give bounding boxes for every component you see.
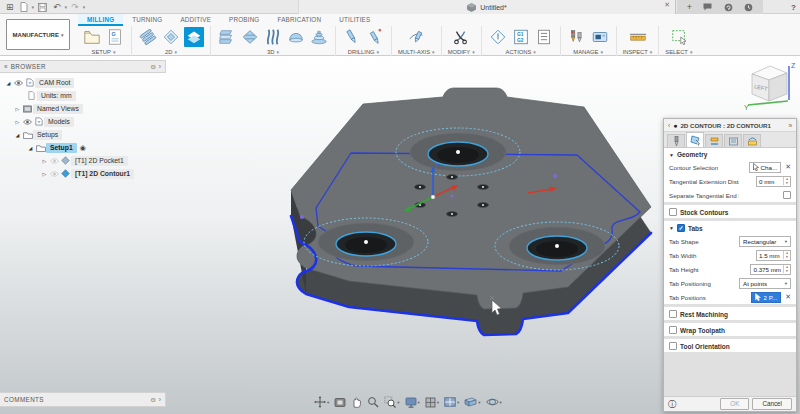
viewports-tool[interactable]: ▾: [444, 397, 459, 407]
browser-header[interactable]: « BROWSER ⊙ ›: [0, 60, 166, 73]
wrap-toolpath-checkbox[interactable]: [669, 326, 677, 334]
save-icon[interactable]: [36, 3, 49, 12]
history-clock-icon[interactable]: [744, 3, 753, 12]
tool-library-icon[interactable]: [567, 27, 587, 47]
3d-spiral-icon[interactable]: [309, 27, 329, 47]
ok-button[interactable]: OK: [720, 398, 749, 410]
redo-icon[interactable]: ↷: [69, 1, 81, 14]
tab-width-value[interactable]: 1.5 mm: [757, 252, 783, 259]
expand-icon[interactable]: ◢: [4, 80, 13, 86]
clear-tab-positions-icon[interactable]: ✕: [785, 293, 791, 301]
group-inspect-label[interactable]: INSPECT: [623, 49, 648, 55]
group-drilling-label[interactable]: DRILLING: [348, 49, 375, 55]
group-manage-label[interactable]: MANAGE: [573, 49, 598, 55]
pan-caret[interactable]: ▾: [327, 400, 329, 405]
tree-row-2d-contour1[interactable]: ▷ [T1] 2D Contour1: [0, 167, 166, 180]
3d-pocket-icon[interactable]: [240, 27, 260, 47]
group-3d-label[interactable]: 3D: [267, 49, 274, 55]
expand-icon[interactable]: ◢: [26, 145, 35, 151]
camera-caret[interactable]: ▾: [478, 400, 480, 405]
browser-settings-icon[interactable]: ⊙: [150, 63, 155, 71]
tree-label-units[interactable]: Units: mm: [37, 91, 76, 101]
tool-orientation-header[interactable]: Tool Orientation: [664, 339, 796, 352]
expand-icon[interactable]: ◢: [13, 132, 22, 138]
orbit-caret[interactable]: ▾: [500, 400, 502, 405]
tangential-extension-value[interactable]: 0 mm: [757, 178, 783, 185]
select-box-icon[interactable]: [669, 27, 689, 47]
tab-fabrication[interactable]: FABRICATION: [268, 14, 330, 26]
collapse-icon[interactable]: ▷: [40, 171, 49, 177]
post-process-icon[interactable]: G: [105, 27, 125, 47]
new-setup-icon[interactable]: [82, 27, 102, 47]
grid-snaps-caret[interactable]: ▾: [437, 400, 439, 405]
eye-icon-dim[interactable]: [49, 169, 60, 178]
post-g1g2-icon[interactable]: G1G2: [511, 27, 531, 47]
collapse-panel-icon[interactable]: «: [4, 63, 8, 70]
machine-library-icon[interactable]: [590, 27, 610, 47]
tree-label-models[interactable]: Models: [44, 117, 74, 127]
collapse-icon[interactable]: ▷: [13, 106, 22, 112]
stock-contours-header[interactable]: Stock Contours: [664, 205, 796, 218]
multiaxis-icon[interactable]: [406, 27, 426, 47]
sync-status-icon[interactable]: [724, 3, 733, 12]
tab-height-input[interactable]: 0.375 mm ▾▾: [750, 264, 791, 275]
tab-utilities[interactable]: UTILITIES: [330, 14, 379, 26]
geometry-section-header[interactable]: ▼ Geometry: [664, 148, 796, 160]
scissors-icon[interactable]: [451, 27, 471, 47]
tool-tab[interactable]: [667, 134, 685, 147]
view-cube[interactable]: Z Y LEFT: [742, 58, 798, 114]
viewcube-body[interactable]: LEFT: [752, 66, 787, 101]
stock-contours-checkbox[interactable]: [669, 208, 677, 216]
tree-label-2d-contour1[interactable]: [T1] 2D Contour1: [71, 169, 134, 179]
zoom-tool[interactable]: [367, 396, 379, 408]
app-grid-icon[interactable]: ⊞: [4, 1, 16, 14]
section-collapse-icon[interactable]: ▼: [669, 225, 674, 231]
display-settings-caret[interactable]: ▾: [418, 400, 420, 405]
tree-label-named-views[interactable]: Named Views: [33, 104, 83, 114]
zoom-window-caret[interactable]: ▾: [397, 400, 399, 405]
comments-settings-icon[interactable]: ⊙: [150, 396, 155, 404]
new-tab-icon[interactable]: +: [687, 2, 692, 12]
spinner[interactable]: ▾▾: [783, 265, 790, 274]
passes-tab[interactable]: [724, 134, 742, 147]
eye-icon[interactable]: [13, 78, 24, 87]
tree-row-setups[interactable]: ◢ Setups: [0, 128, 166, 141]
help-icon[interactable]: ?: [791, 0, 796, 14]
file-menu-icon[interactable]: [18, 2, 30, 12]
measure-icon[interactable]: [628, 27, 648, 47]
redo-caret[interactable]: ▾: [83, 4, 86, 10]
document-tab[interactable]: Untitled* ✕: [298, 0, 676, 14]
rest-machining-checkbox[interactable]: [669, 310, 677, 318]
pan-tool[interactable]: ▾: [314, 396, 329, 408]
info-icon[interactable]: ⓘ: [668, 399, 717, 410]
spinner[interactable]: ▾▾: [783, 177, 790, 186]
close-tab-icon[interactable]: ✕: [664, 1, 670, 9]
tree-row-setup1[interactable]: ◢ Setup1 ◉: [0, 141, 166, 154]
tab-height-value[interactable]: 0.375 mm: [751, 266, 783, 273]
group-multiaxis-label[interactable]: MULTI-AXIS: [398, 49, 430, 55]
dialog-dock-icon[interactable]: »: [788, 122, 792, 129]
tab-position-point-left[interactable]: [300, 215, 304, 219]
geometry-tab[interactable]: [686, 132, 704, 147]
comments-bar[interactable]: COMMENTS ⊙ ›: [0, 392, 166, 407]
tree-label-cam-root[interactable]: CAM Root: [35, 78, 74, 88]
tabs-section-header[interactable]: ▼ ✓ Tabs: [664, 221, 796, 234]
collapse-icon[interactable]: ▷: [13, 119, 22, 125]
contour-selection-button[interactable]: Cha...: [749, 162, 782, 173]
2d-face-icon[interactable]: [161, 27, 181, 47]
display-settings-tool[interactable]: ▾: [405, 397, 420, 408]
2d-adaptive-icon[interactable]: [138, 27, 158, 47]
tree-row-models[interactable]: ▷ Models: [0, 115, 166, 128]
group-actions-label[interactable]: ACTIONS: [506, 49, 532, 55]
eye-icon[interactable]: [22, 117, 33, 126]
tree-label-2d-pocket1[interactable]: [T1] 2D Pocket1: [71, 156, 128, 166]
comments-bubble-icon[interactable]: [703, 3, 712, 11]
tool-orientation-checkbox[interactable]: [669, 342, 677, 350]
separate-tangential-checkbox[interactable]: [783, 191, 791, 199]
section-collapse-icon[interactable]: ▼: [669, 152, 674, 158]
tab-position-point-right[interactable]: [553, 174, 557, 178]
2d-pocket-active-icon[interactable]: [184, 27, 204, 47]
setup1-record-icon[interactable]: ◉: [80, 144, 86, 152]
simulate-icon[interactable]: [488, 27, 508, 47]
pan-hand-tool[interactable]: [351, 396, 362, 408]
